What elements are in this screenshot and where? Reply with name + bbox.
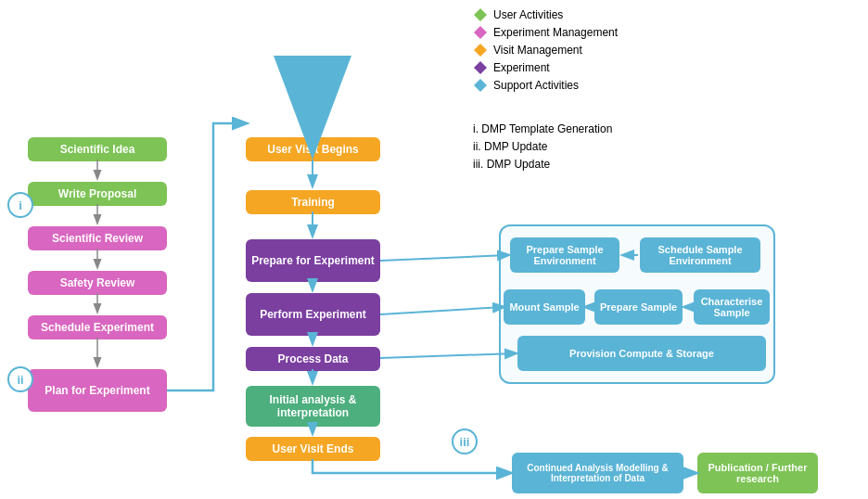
user-visit-begins-box: User Visit Begins: [246, 137, 380, 161]
mount-sample-box: Mount Sample: [504, 289, 585, 325]
legend-visit-management: Visit Management: [473, 43, 618, 58]
note-i: i. DMP Template Generation: [473, 121, 612, 138]
publication-box: Publication / Further research: [697, 453, 818, 493]
legend-experiment: Experiment: [473, 60, 618, 75]
safety-review-box: Safety Review: [28, 271, 167, 295]
legend: User Activities Experiment Management Vi…: [473, 7, 618, 96]
provision-compute-box: Provision Compute & Storage: [517, 336, 766, 371]
svg-line-17: [380, 307, 504, 314]
legend-visit-management-label: Visit Management: [493, 44, 582, 57]
marker-iii: iii: [452, 429, 478, 454]
legend-user-activities-label: User Activities: [493, 8, 563, 21]
process-data-box: Process Data: [246, 347, 380, 371]
marker-i: i: [7, 192, 33, 218]
diagram-container: User Activities Experiment Management Vi…: [0, 0, 868, 499]
training-box: Training: [246, 190, 380, 214]
legend-experiment-management: Experiment Management: [473, 25, 618, 40]
legend-support-activities: Support Activities: [473, 78, 618, 93]
schedule-sample-env-box: Schedule Sample Environment: [640, 237, 760, 273]
write-proposal-box: Write Proposal: [28, 182, 167, 206]
schedule-experiment-box: Schedule Experiment: [28, 315, 167, 339]
perform-experiment-box: Perform Experiment: [246, 293, 380, 336]
note-ii: ii. DMP Update: [473, 138, 612, 156]
svg-line-16: [380, 255, 508, 261]
svg-marker-3: [474, 61, 487, 74]
svg-marker-4: [474, 79, 487, 92]
svg-marker-1: [474, 26, 487, 39]
characterise-sample-box: Characterise Sample: [694, 289, 770, 325]
legend-experiment-label: Experiment: [493, 61, 550, 74]
prepare-sample-box: Prepare Sample: [594, 289, 683, 325]
initial-analysis-box: Initial analysis & interpretation: [246, 386, 380, 427]
user-visit-ends-box: User Visit Ends: [246, 437, 380, 461]
scientific-idea-box: Scientific Idea: [28, 137, 167, 161]
legend-support-activities-label: Support Activities: [493, 79, 579, 92]
svg-marker-0: [474, 8, 487, 21]
marker-ii: ii: [7, 366, 33, 392]
continued-analysis-box: Continued Analysis Modelling & Interpret…: [512, 453, 683, 493]
svg-line-18: [380, 353, 516, 358]
prepare-sample-env-box: Prepare Sample Environment: [510, 237, 619, 273]
note-iii: iii. DMP Update: [473, 156, 612, 173]
legend-experiment-management-label: Experiment Management: [493, 26, 618, 39]
prepare-experiment-box: Prepare for Experiment: [246, 239, 380, 282]
svg-marker-2: [474, 44, 487, 57]
plan-for-experiment-box: Plan for Experiment: [28, 369, 167, 412]
legend-notes: i. DMP Template Generation ii. DMP Updat…: [473, 121, 612, 174]
legend-user-activities: User Activities: [473, 7, 618, 22]
scientific-review-box: Scientific Review: [28, 226, 167, 250]
